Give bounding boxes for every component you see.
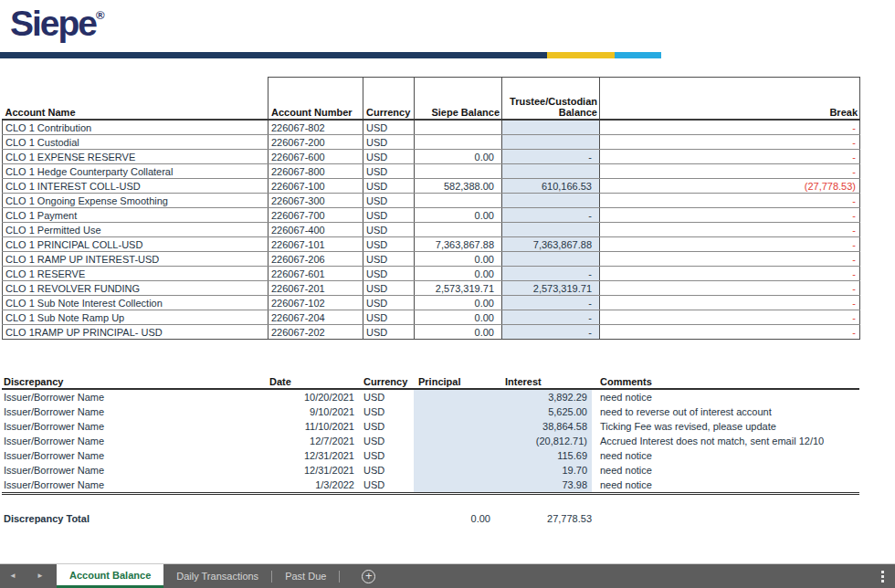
discrepancy-name-cell[interactable]: Issuer/Borrower Name (2, 389, 268, 404)
interest-cell[interactable]: 115.69 (493, 448, 592, 463)
date-cell[interactable]: 11/10/2021 (268, 419, 356, 434)
discrepancy-total-interest[interactable]: 27,778.53 (493, 510, 592, 526)
principal-cell[interactable] (414, 463, 493, 478)
tab-past-due[interactable]: Past Due (272, 564, 339, 588)
account-number-cell[interactable]: 226067-600 (268, 150, 363, 164)
header-currency[interactable]: Currency (363, 78, 415, 121)
account-name-cell[interactable]: CLO 1 Contribution (3, 120, 268, 135)
trustee-balance-cell[interactable]: - (502, 267, 600, 281)
trustee-balance-cell[interactable] (502, 252, 600, 267)
account-number-cell[interactable]: 226067-201 (268, 281, 363, 296)
header-interest[interactable]: Interest (493, 372, 592, 389)
date-cell[interactable]: 12/31/2021 (268, 463, 356, 478)
siepe-balance-cell[interactable]: 0.00 (415, 296, 502, 310)
break-cell[interactable]: - (600, 267, 860, 281)
break-cell[interactable]: - (600, 208, 860, 223)
currency-cell[interactable]: USD (363, 135, 415, 150)
comments-cell[interactable]: need to reverse out of interest account (592, 404, 859, 419)
trustee-balance-cell[interactable]: - (502, 150, 600, 164)
currency-cell[interactable]: USD (356, 404, 414, 419)
comments-cell[interactable]: need notice (592, 478, 859, 494)
comments-cell[interactable]: need notice (592, 448, 859, 463)
comments-cell[interactable]: need notice (592, 389, 859, 404)
trustee-balance-cell[interactable]: 2,573,319.71 (502, 281, 600, 296)
account-name-cell[interactable]: CLO 1 RAMP UP INTEREST-USD (3, 252, 268, 267)
break-cell[interactable]: - (600, 252, 860, 267)
interest-cell[interactable]: 19.70 (493, 463, 592, 478)
currency-cell[interactable]: USD (356, 448, 414, 463)
account-number-cell[interactable]: 226067-101 (268, 237, 363, 252)
account-name-cell[interactable]: CLO 1 Custodial (3, 135, 268, 150)
break-cell[interactable]: - (600, 150, 860, 164)
account-name-cell[interactable]: CLO 1 RESERVE (3, 267, 268, 281)
trustee-balance-cell[interactable] (502, 223, 600, 237)
break-cell[interactable]: - (600, 237, 860, 252)
currency-cell[interactable]: USD (363, 281, 415, 296)
break-cell[interactable]: - (600, 164, 860, 179)
siepe-balance-cell[interactable]: 0.00 (415, 310, 502, 325)
discrepancy-name-cell[interactable]: Issuer/Borrower Name (2, 448, 268, 463)
account-name-cell[interactable]: CLO 1 Sub Note Ramp Up (3, 310, 268, 325)
currency-cell[interactable]: USD (356, 434, 414, 448)
siepe-balance-cell[interactable]: 0.00 (415, 150, 502, 164)
currency-cell[interactable]: USD (356, 478, 414, 494)
currency-cell[interactable]: USD (363, 150, 415, 164)
currency-cell[interactable]: USD (363, 267, 415, 281)
comments-cell[interactable]: Ticking Fee was revised, please update (592, 419, 859, 434)
siepe-balance-cell[interactable]: 0.00 (415, 267, 502, 281)
discrepancy-name-cell[interactable]: Issuer/Borrower Name (2, 404, 268, 419)
account-number-cell[interactable]: 226067-102 (268, 296, 363, 310)
break-cell[interactable]: - (600, 135, 860, 150)
trustee-balance-cell[interactable] (502, 164, 600, 179)
siepe-balance-cell[interactable] (415, 194, 502, 208)
trustee-balance-cell[interactable] (502, 194, 600, 208)
currency-cell[interactable]: USD (363, 252, 415, 267)
trustee-balance-cell[interactable]: 7,363,867.88 (502, 237, 600, 252)
discrepancy-name-cell[interactable]: Issuer/Borrower Name (2, 478, 268, 494)
comments-cell[interactable]: Accrued Interest does not match, sent em… (592, 434, 859, 448)
break-cell[interactable]: (27,778.53) (600, 179, 860, 194)
account-number-cell[interactable]: 226067-800 (268, 164, 363, 179)
principal-cell[interactable] (414, 389, 493, 404)
principal-cell[interactable] (414, 404, 493, 419)
siepe-balance-cell[interactable]: 7,363,867.88 (415, 237, 502, 252)
discrepancy-total-label[interactable]: Discrepancy Total (2, 510, 268, 526)
currency-cell[interactable]: USD (356, 389, 414, 404)
siepe-balance-cell[interactable] (415, 120, 502, 135)
currency-cell[interactable]: USD (363, 208, 415, 223)
currency-cell[interactable]: USD (363, 296, 415, 310)
account-name-cell[interactable]: CLO 1 Ongoing Expense Smoothing (3, 194, 268, 208)
account-number-cell[interactable]: 226067-601 (268, 267, 363, 281)
currency-cell[interactable]: USD (363, 164, 415, 179)
account-name-cell[interactable]: CLO 1 Payment (3, 208, 268, 223)
principal-cell[interactable] (414, 434, 493, 448)
currency-cell[interactable]: USD (363, 223, 415, 237)
siepe-balance-cell[interactable]: 0.00 (415, 252, 502, 267)
interest-cell[interactable]: (20,812.71) (493, 434, 592, 448)
date-cell[interactable]: 12/31/2021 (268, 448, 356, 463)
account-name-cell[interactable]: CLO 1 EXPENSE RESERVE (3, 150, 268, 164)
discrepancy-name-cell[interactable]: Issuer/Borrower Name (2, 419, 268, 434)
break-cell[interactable]: - (600, 120, 860, 135)
trustee-balance-cell[interactable] (502, 135, 600, 150)
header-discrepancy-currency[interactable]: Currency (356, 372, 414, 389)
account-number-cell[interactable]: 226067-700 (268, 208, 363, 223)
principal-cell[interactable] (414, 419, 493, 434)
tab-account-balance[interactable]: Account Balance (57, 564, 163, 588)
siepe-balance-cell[interactable]: 582,388.00 (415, 179, 502, 194)
date-cell[interactable]: 1/3/2022 (268, 478, 356, 494)
date-cell[interactable]: 9/10/2021 (268, 404, 356, 419)
interest-cell[interactable]: 73.98 (493, 478, 592, 494)
break-cell[interactable]: - (600, 325, 860, 340)
currency-cell[interactable]: USD (363, 237, 415, 252)
currency-cell[interactable]: USD (363, 325, 415, 340)
siepe-balance-cell[interactable] (415, 164, 502, 179)
principal-cell[interactable] (414, 448, 493, 463)
account-name-cell[interactable]: CLO 1 Permitted Use (3, 223, 268, 237)
account-number-cell[interactable]: 226067-206 (268, 252, 363, 267)
empty-cell[interactable] (268, 510, 356, 526)
account-number-cell[interactable]: 226067-802 (268, 120, 363, 135)
currency-cell[interactable]: USD (363, 179, 415, 194)
principal-cell[interactable] (414, 478, 493, 494)
siepe-balance-cell[interactable]: 2,573,319.71 (415, 281, 502, 296)
